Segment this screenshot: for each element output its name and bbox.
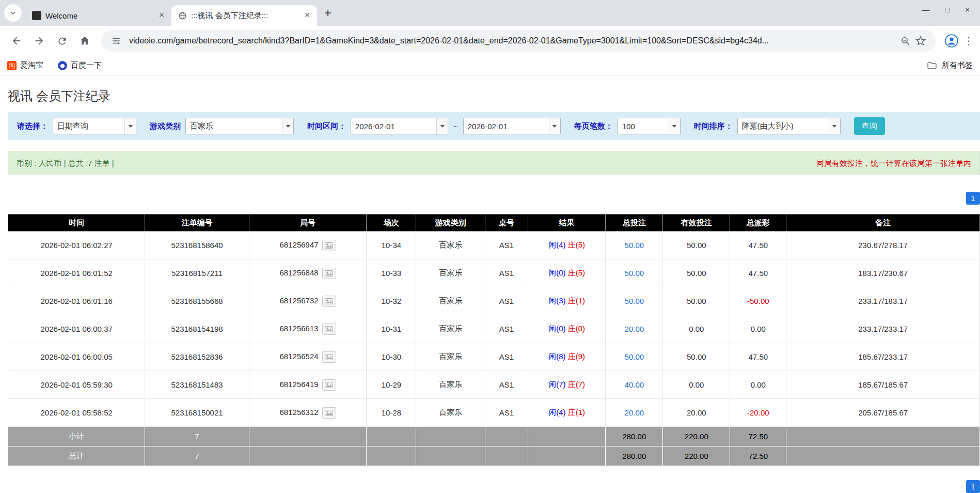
round-no: 681256613 (280, 323, 319, 332)
banker-result: 庄(1) (568, 296, 585, 305)
refresh-button[interactable] (52, 31, 72, 51)
banker-result: 庄(7) (568, 380, 585, 389)
page-1-button[interactable]: 1 (966, 480, 980, 493)
bet-time-cell: 2026-02-01 06:01:52 (8, 259, 145, 287)
round-result-button[interactable] (322, 296, 336, 307)
new-tab-button[interactable]: + (319, 4, 337, 22)
dropdown-arrow-icon[interactable] (436, 118, 448, 134)
sort-input[interactable] (738, 118, 829, 134)
page-title: 视讯 会员下注纪录 (8, 88, 980, 104)
dropdown-arrow-icon[interactable] (829, 118, 840, 134)
table-no-cell: AS1 (485, 287, 528, 315)
total-bet-link[interactable]: 20.00 (625, 408, 644, 417)
payout-cell: 47.50 (730, 259, 786, 287)
total-bet-cell: 50.00 (606, 259, 663, 287)
round-no: 681256419 (280, 379, 319, 388)
filter-daterange-group: 时间区间： ~ (307, 118, 561, 134)
total-valid-bet: 220.00 (663, 446, 730, 466)
menu-kebab-icon[interactable]: ⋮ (962, 35, 975, 47)
tab-search-button[interactable] (4, 4, 22, 22)
col-header-round-no: 局号 (249, 214, 367, 232)
total-bet-link[interactable]: 20.00 (625, 325, 644, 333)
bookmark-baidu[interactable]: 百度一下 (58, 60, 102, 70)
total-bet-link[interactable]: 50.00 (625, 241, 644, 250)
round-result-button[interactable] (322, 407, 336, 419)
tab-betrecord[interactable]: :::视讯 会员下注纪录::: × (171, 5, 317, 26)
query-type-dropdown[interactable] (53, 118, 136, 134)
subtotal-total-bet: 280.00 (606, 427, 663, 446)
page-size-dropdown[interactable] (618, 118, 681, 134)
all-bookmarks[interactable]: 所有书签 (922, 60, 973, 71)
session-cell: 10-33 (367, 259, 416, 287)
url-text[interactable]: videoie.com/game/betrecord_search/kind3?… (129, 36, 897, 45)
game-type-input[interactable] (186, 118, 282, 134)
window-close-button[interactable]: × (965, 5, 970, 14)
banker-result: 庄(0) (568, 324, 585, 333)
dropdown-arrow-icon[interactable] (669, 118, 680, 134)
round-result-button[interactable] (322, 379, 336, 391)
game-type-dropdown[interactable] (185, 118, 294, 134)
forward-button[interactable] (29, 31, 49, 51)
page-size-label: 每页笔数： (574, 121, 613, 131)
session-cell: 10-31 (367, 315, 416, 343)
session-cell: 10-29 (367, 371, 416, 399)
table-row: 2026-02-01 06:01:16 523168155668 6812567… (8, 287, 980, 315)
zoom-icon[interactable] (897, 33, 913, 49)
address-bar[interactable]: videoie.com/game/betrecord_search/kind3?… (101, 30, 936, 52)
date-end-input[interactable] (464, 118, 549, 134)
result-cell: 闲(8) 庄(9) (528, 343, 606, 371)
query-type-input[interactable] (53, 118, 124, 134)
total-bet-link[interactable]: 50.00 (625, 297, 644, 305)
round-result-button[interactable] (322, 268, 336, 279)
total-total-bet: 280.00 (606, 446, 663, 466)
total-bet-cell: 50.00 (606, 232, 663, 259)
dropdown-arrow-icon[interactable] (124, 118, 136, 134)
all-bookmarks-label: 所有书签 (942, 60, 973, 70)
result-cell: 闲(4) 庄(1) (528, 399, 606, 427)
page-1-button[interactable]: 1 (966, 192, 980, 205)
date-start-dropdown[interactable] (351, 118, 448, 134)
tab-close-icon[interactable]: × (156, 10, 167, 21)
minimize-button[interactable]: — (922, 5, 929, 14)
search-button[interactable]: 查询 (854, 117, 885, 135)
game-type-cell: 百家乐 (416, 399, 485, 427)
bookmark-star-icon[interactable] (913, 33, 928, 49)
page-size-input[interactable] (618, 118, 669, 134)
col-header-time: 时间 (8, 214, 145, 232)
profile-avatar[interactable] (944, 33, 959, 49)
valid-bet-cell: 0.00 (663, 371, 730, 399)
round-result-button[interactable] (322, 351, 336, 363)
bookmark-taobao[interactable]: 淘 爱淘宝 (7, 60, 43, 70)
note-cell: 185.67/185.67 (786, 371, 980, 399)
maximize-button[interactable]: □ (945, 5, 950, 14)
round-result-button[interactable] (322, 240, 336, 251)
table-row: 2026-02-01 05:58:52 523168150021 6812563… (8, 399, 980, 427)
total-bet-link[interactable]: 50.00 (625, 269, 644, 278)
bookmarks-bar: 淘 爱淘宝 百度一下 所有书签 (0, 56, 980, 75)
table-header: 时间 注单编号 局号 场次 游戏类别 桌号 结果 总投注 有效投注 总派彩 备注 (8, 214, 980, 232)
dropdown-arrow-icon[interactable] (282, 118, 293, 134)
banker-result: 庄(5) (568, 240, 585, 249)
home-button[interactable] (75, 31, 94, 51)
round-no: 681256848 (280, 268, 319, 276)
sort-dropdown[interactable] (737, 118, 841, 134)
back-button[interactable] (7, 31, 26, 51)
payout-cell: 0.00 (730, 315, 786, 343)
filter-select-group: 请选择： (17, 118, 136, 134)
round-no-cell: 681256613 (249, 315, 367, 343)
date-start-input[interactable] (351, 118, 436, 134)
bet-time-cell: 2026-02-01 06:02:27 (8, 232, 145, 259)
tab-welcome[interactable]: Welcome × (26, 5, 171, 26)
select-label: 请选择： (17, 121, 48, 131)
tab-close-icon[interactable]: × (302, 10, 313, 21)
date-end-dropdown[interactable] (463, 118, 561, 134)
player-result: 闲(4) (548, 240, 565, 249)
valid-bet-cell: 50.00 (663, 287, 730, 315)
bet-time-cell: 2026-02-01 05:58:52 (8, 399, 145, 427)
dropdown-arrow-icon[interactable] (549, 118, 560, 134)
total-bet-link[interactable]: 50.00 (625, 352, 644, 361)
round-result-button[interactable] (322, 323, 336, 335)
tune-icon[interactable] (108, 33, 124, 49)
payout-cell: 47.50 (730, 232, 786, 259)
total-bet-link[interactable]: 40.00 (625, 380, 644, 389)
